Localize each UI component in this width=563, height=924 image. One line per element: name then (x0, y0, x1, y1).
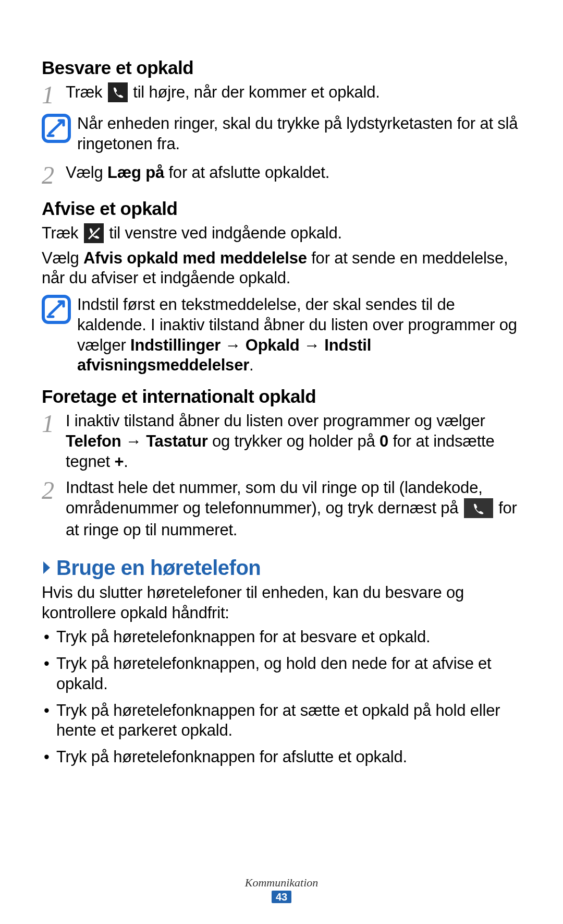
note: Når enheden ringer, skal du trykke på ly… (42, 114, 521, 154)
text-bold: 0 (380, 432, 388, 450)
list-item: Tryk på høretelefonknappen for at besvar… (56, 627, 521, 647)
phone-icon (108, 82, 128, 102)
step-body: Vælg Læg på for at afslutte opkaldet. (66, 163, 329, 183)
text: til venstre ved indgående opkald. (109, 224, 342, 242)
text: Indtast hele det nummer, som du vil ring… (66, 478, 483, 517)
list-item: Tryk på høretelefonknappen for at sætte … (56, 701, 521, 741)
text-bold: Afvis opkald med meddelelse (83, 249, 307, 267)
step-2: 2 Indtast hele det nummer, som du vil ri… (42, 478, 521, 541)
arrow: → (225, 336, 241, 354)
text: . (249, 356, 253, 374)
text-bold: Tastatur (146, 432, 207, 450)
step-1: 1 I inaktiv tilstand åbner du listen ove… (42, 411, 521, 472)
page-number: 43 (272, 891, 291, 903)
heading-answer-call: Besvare et opkald (42, 57, 521, 78)
text: I inaktiv tilstand åbner du listen over … (66, 412, 485, 430)
text-bold: Læg på (107, 163, 164, 182)
text: for at afslutte opkaldet. (168, 163, 329, 182)
heading-reject-call: Afvise et opkald (42, 198, 521, 219)
text: Vælg (42, 249, 79, 267)
step-1: 1 Træk til højre, når der kommer et opka… (42, 82, 521, 107)
step-number: 1 (42, 411, 66, 436)
footer-section-label: Kommunikation (0, 876, 563, 890)
list-item: Tryk på høretelefonknappen for afslutte … (56, 747, 521, 767)
heading-international-call: Foretage et internationalt opkald (42, 386, 521, 407)
text-bold: Indstillinger (130, 336, 221, 354)
paragraph: Træk til venstre ved indgående opkald. (42, 223, 521, 245)
step-number: 2 (42, 163, 66, 188)
step-body: I inaktiv tilstand åbner du listen over … (66, 411, 521, 472)
arrow: → (126, 432, 142, 450)
call-button-icon (464, 498, 493, 518)
text: . (124, 452, 128, 471)
text-bold: Telefon (66, 432, 121, 450)
text-bold: + (114, 452, 124, 471)
paragraph: Hvis du slutter høretelefoner til enhede… (42, 583, 521, 623)
text: og trykker og holder på (212, 432, 375, 450)
bullet-list: Tryk på høretelefonknappen for at besvar… (42, 627, 521, 767)
step-body: Indtast hele det nummer, som du vil ring… (66, 478, 521, 541)
step-body: Træk til højre, når der kommer et opkald… (66, 82, 380, 104)
paragraph: Vælg Afvis opkald med meddelelse for at … (42, 248, 521, 289)
step-number: 1 (42, 82, 66, 107)
text: til højre, når der kommer et opkald. (133, 83, 380, 101)
page-footer: Kommunikation 43 (0, 876, 563, 903)
list-item: Tryk på høretelefonknappen, og hold den … (56, 654, 521, 694)
note: Indstil først en tekstmeddelelse, der sk… (42, 295, 521, 376)
note-text: Når enheden ringer, skal du trykke på ly… (77, 114, 521, 154)
section-use-headset: Bruge en høretelefon (42, 556, 521, 580)
arrow: → (304, 336, 320, 354)
note-icon (42, 114, 71, 143)
step-2: 2 Vælg Læg på for at afslutte opkaldet. (42, 163, 521, 188)
text-bold: Opkald (246, 336, 300, 354)
note-icon (42, 295, 71, 324)
text: Vælg (66, 163, 103, 182)
step-number: 2 (42, 478, 66, 503)
text: Træk (66, 83, 102, 101)
text: Træk (42, 224, 78, 242)
reject-icon (84, 223, 104, 243)
section-title-text: Bruge en høretelefon (56, 556, 261, 580)
chevron-icon (42, 560, 53, 575)
note-text: Indstil først en tekstmeddelelse, der sk… (77, 295, 521, 376)
